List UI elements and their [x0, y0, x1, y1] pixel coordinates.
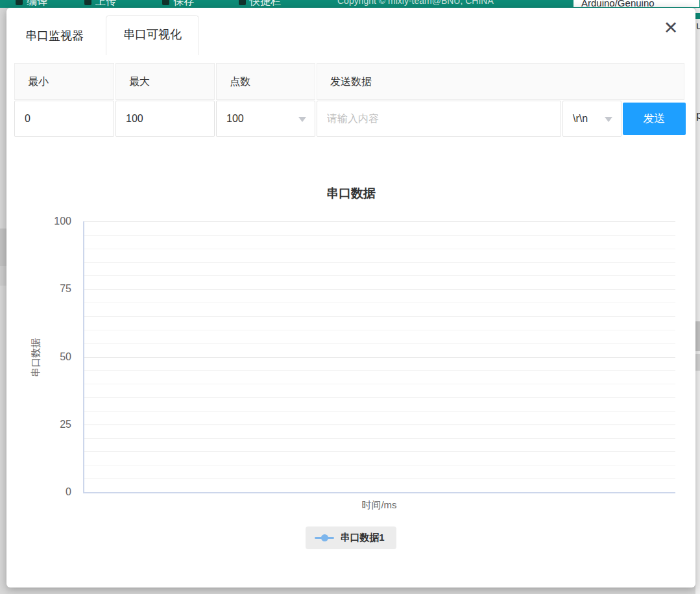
chart-title: 串口数据	[6, 185, 695, 202]
gridline	[84, 289, 675, 290]
gridline	[84, 384, 675, 384]
gridline	[84, 235, 675, 236]
gridline	[84, 370, 675, 371]
x-axis-title: 时间/ms	[83, 499, 675, 512]
min-header: 最小	[14, 63, 114, 100]
menu-item-save[interactable]: 保存	[162, 0, 194, 8]
gridline	[84, 478, 675, 479]
compile-icon	[16, 0, 23, 5]
menu-item-upload[interactable]: 上传	[84, 0, 116, 8]
gridline	[84, 316, 675, 317]
gridline	[84, 397, 675, 398]
serial-dialog: ✕ 串口监视器 串口可视化 最小 最大 点数 发送数据 100 \r\n 发送 …	[6, 8, 695, 588]
left-scrollbar-thumb[interactable]	[0, 229, 6, 266]
y-axis-title: 串口数据	[28, 320, 43, 395]
line-ending-select[interactable]: \r\n	[562, 101, 622, 137]
y-tick-label: 100	[29, 214, 71, 229]
gridline	[84, 357, 675, 358]
legend-label: 串口数据1	[340, 532, 384, 544]
points-header: 点数	[216, 63, 315, 100]
gridline	[84, 275, 675, 276]
max-header: 最大	[115, 63, 215, 100]
y-tick-label: 25	[29, 417, 71, 432]
legend: 串口数据1	[6, 526, 695, 549]
gridline	[84, 451, 675, 452]
upload-icon	[84, 0, 91, 5]
legend-item-series1[interactable]: 串口数据1	[306, 526, 396, 549]
gridline	[84, 411, 675, 412]
board-selector[interactable]: Arduino/Genuino	[573, 0, 699, 7]
right-scrollbar-segment	[695, 354, 700, 371]
gridline	[84, 438, 675, 439]
toolbar-edge-fragment	[695, 13, 700, 19]
plot-area	[83, 221, 675, 493]
y-tick-label: 0	[29, 485, 71, 499]
send-data-input[interactable]	[317, 101, 561, 137]
right-scrollbar-thumb[interactable]	[695, 321, 700, 351]
left-scrollbar-segment	[0, 266, 6, 286]
gridline	[84, 262, 675, 263]
tab-serial-monitor[interactable]: 串口监视器	[16, 16, 93, 55]
edge-letter-p: p	[696, 109, 700, 122]
screen: { "top_bar": { "menu_items": [ {"label":…	[0, 0, 700, 594]
shortcut-icon	[239, 0, 246, 5]
menu-item-shortcut[interactable]: 快捷栏	[239, 0, 281, 8]
right-edge-strip: u p	[695, 8, 700, 594]
left-edge-strip	[0, 8, 6, 594]
edge-letter-u: u	[696, 19, 700, 32]
max-input[interactable]	[115, 101, 215, 137]
chevron-down-icon	[605, 117, 612, 126]
send-button[interactable]: 发送	[623, 103, 686, 135]
close-icon[interactable]: ✕	[658, 16, 683, 40]
line-series-marker-icon	[315, 533, 334, 543]
gridline	[84, 465, 675, 465]
min-input[interactable]	[14, 101, 114, 137]
save-icon	[162, 0, 169, 5]
gridline	[84, 249, 675, 249]
gridline	[84, 425, 675, 425]
gridline	[84, 330, 675, 330]
send-data-header: 发送数据	[317, 63, 684, 100]
gridline	[84, 343, 675, 344]
tab-serial-visualization[interactable]: 串口可视化	[106, 15, 199, 55]
gridline	[84, 221, 675, 222]
points-select[interactable]: 100	[216, 101, 315, 137]
copyright-text: Copyright © mixly-team@BNU, CHINA	[337, 0, 494, 6]
menu-item-compile[interactable]: 编译	[16, 0, 47, 8]
y-tick-label: 75	[29, 282, 71, 296]
gridline	[84, 303, 675, 303]
chevron-down-icon	[298, 117, 306, 126]
